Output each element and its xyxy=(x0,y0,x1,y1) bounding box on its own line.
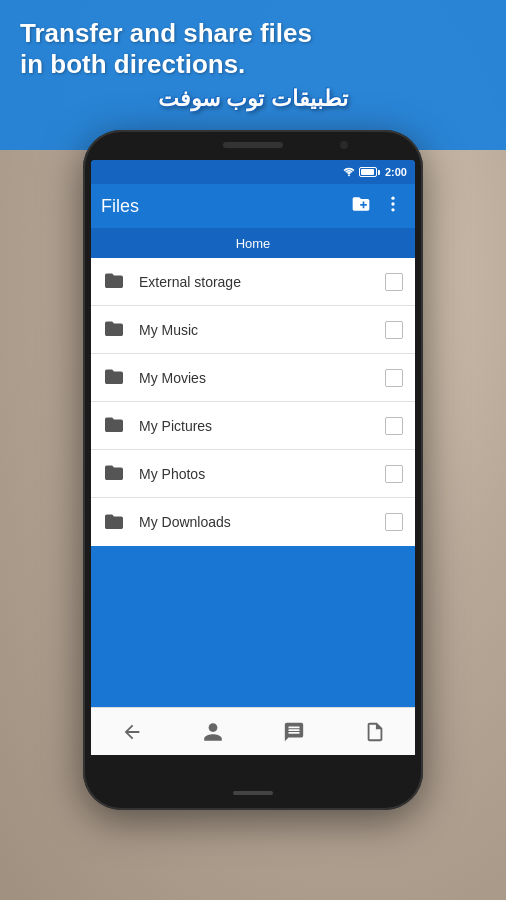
chat-icon xyxy=(283,721,305,743)
nav-back[interactable] xyxy=(121,721,143,743)
checkbox[interactable] xyxy=(385,417,403,435)
svg-point-1 xyxy=(391,202,394,205)
banner-title-line2: in both directions. xyxy=(20,49,245,79)
svg-point-2 xyxy=(391,208,394,211)
folder-icon xyxy=(103,511,125,534)
breadcrumb: Home xyxy=(91,228,415,258)
files-icon xyxy=(364,721,386,743)
banner-title-line1: Transfer and share files xyxy=(20,18,312,48)
file-item-my-pictures[interactable]: My Pictures xyxy=(91,402,415,450)
folder-icon xyxy=(103,318,125,341)
front-camera xyxy=(340,141,348,149)
folder-icon-svg xyxy=(103,462,125,480)
file-list: External storage My Music xyxy=(91,258,415,546)
more-options-icon xyxy=(383,194,403,214)
folder-icon-svg xyxy=(103,511,125,529)
file-item-external-storage[interactable]: External storage xyxy=(91,258,415,306)
nav-chat[interactable] xyxy=(283,721,305,743)
checkbox[interactable] xyxy=(385,273,403,291)
app-bar-title: Files xyxy=(101,196,349,217)
file-item-my-music[interactable]: My Music xyxy=(91,306,415,354)
nav-contact[interactable] xyxy=(202,721,224,743)
folder-icon-svg xyxy=(103,366,125,384)
app-bar-icons xyxy=(349,192,405,221)
checkbox[interactable] xyxy=(385,513,403,531)
checkbox[interactable] xyxy=(385,465,403,483)
phone-frame: 2:00 Files xyxy=(83,130,423,810)
svg-point-0 xyxy=(391,196,394,199)
add-folder-icon xyxy=(351,194,371,214)
file-name: My Photos xyxy=(139,466,385,482)
more-options-button[interactable] xyxy=(381,192,405,221)
file-name: My Pictures xyxy=(139,418,385,434)
top-banner: Transfer and share files in both directi… xyxy=(0,0,506,150)
add-folder-button[interactable] xyxy=(349,192,373,221)
banner-title: Transfer and share files in both directi… xyxy=(20,18,486,80)
phone-screen: 2:00 Files xyxy=(91,160,415,755)
file-name: External storage xyxy=(139,274,385,290)
status-bar: 2:00 xyxy=(91,160,415,184)
folder-icon xyxy=(103,414,125,437)
folder-icon xyxy=(103,366,125,389)
folder-icon-svg xyxy=(103,414,125,432)
folder-icon xyxy=(103,270,125,293)
folder-icon-svg xyxy=(103,270,125,288)
folder-icon-svg xyxy=(103,318,125,336)
back-icon xyxy=(121,721,143,743)
arabic-text: تطبيقات توب سوفت xyxy=(20,86,486,112)
status-icons: 2:00 xyxy=(342,166,407,178)
bottom-nav xyxy=(91,707,415,755)
file-name: My Movies xyxy=(139,370,385,386)
wifi-icon xyxy=(342,167,356,177)
file-name: My Music xyxy=(139,322,385,338)
app-bar: Files xyxy=(91,184,415,228)
checkbox[interactable] xyxy=(385,321,403,339)
nav-files[interactable] xyxy=(364,721,386,743)
file-item-my-movies[interactable]: My Movies xyxy=(91,354,415,402)
breadcrumb-text: Home xyxy=(236,236,271,251)
phone-home-indicator xyxy=(233,791,273,795)
earpiece xyxy=(223,142,283,148)
contact-icon xyxy=(202,721,224,743)
file-item-my-photos[interactable]: My Photos xyxy=(91,450,415,498)
file-item-my-downloads[interactable]: My Downloads xyxy=(91,498,415,546)
checkbox[interactable] xyxy=(385,369,403,387)
battery-icon xyxy=(359,167,380,177)
status-time: 2:00 xyxy=(385,166,407,178)
file-name: My Downloads xyxy=(139,514,385,530)
folder-icon xyxy=(103,462,125,485)
